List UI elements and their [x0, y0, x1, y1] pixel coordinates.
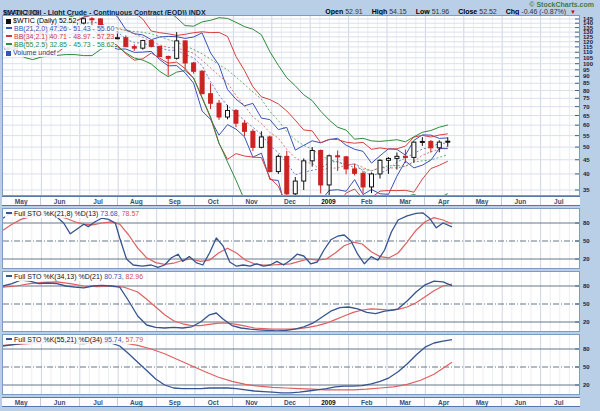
month-label: Jun — [515, 198, 527, 205]
axis-tick-label: 80 — [583, 220, 590, 226]
month-tick — [271, 398, 272, 406]
axis-tick-label: 40 — [583, 171, 590, 177]
stoch-panel-3: Full STO %K(55,21) %D(34) 95.74, 57.79 — [2, 334, 580, 395]
month-label: Sep — [169, 198, 181, 205]
axis-tick-label: 80 — [583, 346, 590, 352]
month-tick — [40, 197, 41, 205]
month-tick — [309, 197, 310, 205]
low-label: Low — [416, 8, 430, 15]
month-tick — [232, 197, 233, 205]
month-tick — [156, 398, 157, 406]
month-tick — [194, 398, 195, 406]
axis-tick-label: 50 — [583, 144, 590, 150]
month-label: Aug — [130, 198, 143, 205]
month-tick — [117, 398, 118, 406]
month-tick — [463, 197, 464, 205]
month-tick — [79, 197, 80, 205]
axis-tick-label: 50 — [583, 364, 590, 370]
month-axis-top: MayJunJulAugSepOctNovDec2009FebMarAprMay… — [2, 196, 580, 206]
volume-bars-icon — [6, 51, 11, 56]
month-label: May — [15, 198, 28, 205]
legend-bb21-row: BB(21,2.0) 47.26 - 51.43 - 55.60 — [5, 25, 115, 33]
price-legend: $WTIC (Daily) 52.52 BB(21,2.0) 47.26 - 5… — [5, 17, 115, 57]
line-icon — [6, 338, 12, 340]
axis-tick-label: 55 — [583, 133, 590, 139]
line-icon — [6, 43, 12, 45]
stoch-panel-2: Full STO %K(34,13) %D(21) 80.73, 82.96 — [2, 271, 580, 332]
axis-tick-label: 95 — [583, 67, 590, 73]
month-label: Oct — [208, 399, 219, 406]
axis-tick-label: 60 — [583, 122, 590, 128]
month-label: Apr — [438, 399, 449, 406]
month-label: May — [476, 198, 489, 205]
line-icon — [6, 275, 12, 277]
month-tick — [386, 398, 387, 406]
axis-tick-label: 100 — [583, 61, 593, 67]
stoch-panel-1: Full STO %K(21,8) %D(13) 73.68, 78.57 — [2, 208, 580, 269]
stoch3-legend: Full STO %K(55,21) %D(34) 95.74, 57.79 — [5, 335, 144, 344]
axis-tick-label: 105 — [583, 55, 593, 61]
axis-tick-label: 20 — [583, 256, 590, 262]
month-tick — [348, 197, 349, 205]
month-label: Feb — [361, 198, 373, 205]
line-icon — [6, 27, 12, 29]
month-label: Jul — [93, 399, 102, 406]
axis-tick-label: 50 — [583, 238, 590, 244]
axis-tick-label: 80 — [583, 283, 590, 289]
price-panel: $WTIC (Daily) 52.52 BB(21,2.0) 47.26 - 5… — [2, 15, 580, 196]
month-tick — [232, 398, 233, 406]
month-label: Apr — [438, 198, 449, 205]
high-value: 54.15 — [389, 8, 407, 15]
month-tick — [501, 398, 502, 406]
close-value: 52.52 — [479, 8, 497, 15]
month-label: Jul — [554, 399, 563, 406]
month-tick — [501, 197, 502, 205]
month-tick — [463, 398, 464, 406]
month-label: May — [15, 399, 28, 406]
month-label: Jul — [93, 198, 102, 205]
month-label: 2009 — [321, 198, 335, 205]
month-tick — [156, 197, 157, 205]
month-label: Dec — [284, 198, 296, 205]
axis-tick-label: 50 — [583, 301, 590, 307]
month-label: Dec — [284, 399, 296, 406]
high-label: High — [372, 8, 388, 15]
low-value: 51.96 — [432, 8, 450, 15]
axis-tick-label: 20 — [583, 319, 590, 325]
axis-tick-label: 45 — [583, 157, 590, 163]
month-label: May — [476, 399, 489, 406]
quote-row: Open52.91 High54.15 Low51.96 Close52.52 … — [318, 8, 576, 15]
axis-tick-label: 90 — [583, 73, 590, 79]
month-tick — [309, 398, 310, 406]
month-label: Jun — [54, 198, 66, 205]
month-label: Jun — [54, 399, 66, 406]
month-tick — [540, 398, 541, 406]
axis-tick-label: 70 — [583, 104, 590, 110]
month-tick — [40, 398, 41, 406]
close-label: Close — [458, 8, 477, 15]
open-label: Open — [325, 8, 343, 15]
axis-tick-label: 75 — [583, 95, 590, 101]
legend-bb55-row: BB(55,2.5) 32.85 - 45.73 - 58.62 — [5, 41, 115, 49]
stockcharts-copyright: © StockCharts.com — [529, 1, 594, 8]
month-label: Feb — [361, 399, 373, 406]
month-label: Jul — [554, 198, 563, 205]
month-label: 2009 — [321, 399, 335, 406]
month-label: Jun — [515, 399, 527, 406]
axis-tick-label: 80 — [583, 88, 590, 94]
chg-value: -0.46 (-0.87%) — [521, 8, 566, 15]
month-label: Oct — [208, 198, 219, 205]
month-tick — [348, 398, 349, 406]
stoch1-legend: Full STO %K(21,8) %D(13) 73.68, 78.57 — [5, 209, 140, 218]
month-label: Mar — [399, 198, 411, 205]
month-label: Sep — [169, 399, 181, 406]
line-icon — [6, 212, 12, 214]
axis-tick-label: 85 — [583, 80, 590, 86]
axis-tick-label: 65 — [583, 113, 590, 119]
month-tick — [424, 398, 425, 406]
month-label: Nov — [245, 399, 257, 406]
month-tick — [79, 398, 80, 406]
axis-tick-label: 35 — [583, 187, 590, 193]
month-label: Mar — [399, 399, 411, 406]
month-label: Aug — [130, 399, 143, 406]
